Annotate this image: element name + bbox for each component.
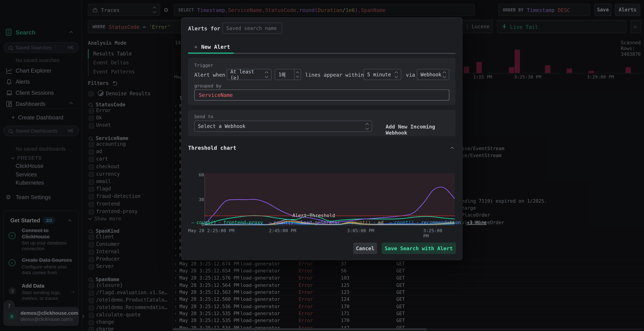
tab-active-indicator	[188, 52, 234, 54]
send-to-label: Send to	[194, 114, 213, 119]
y-tick-30: 30	[198, 197, 204, 202]
via-label: via	[406, 72, 415, 78]
hyperdx-app: HyperDX Traces ⚙ SELECT Timestamp,Servic…	[0, 0, 644, 331]
add-webhook-button[interactable]: Add New Incoming Webhook	[386, 123, 456, 136]
grouped-by-value: ServiceName	[199, 92, 233, 98]
grouped-by-label: grouped by	[194, 83, 222, 89]
text-caret	[285, 72, 285, 77]
x-tick-2: 3:05:00 PM	[347, 228, 374, 234]
threshold-value-input[interactable]: 10	[275, 69, 301, 80]
saved-search-name-placeholder: Saved search name	[226, 25, 277, 31]
saved-search-name-input[interactable]: Saved search name	[222, 22, 282, 34]
trigger-panel: Trigger Alert when At least (≥) 10 lines…	[188, 58, 456, 105]
x-tick-0: May 28 2:25:00 PM	[188, 228, 234, 234]
legend-item[interactable]: —count()·ad	[346, 220, 383, 225]
save-search-with-alert-button[interactable]: Save Search with Alert	[382, 243, 456, 254]
condition-select[interactable]: At least (≥)	[227, 69, 271, 80]
send-to-panel: Send to Select a Webhook Add New Incomin…	[188, 110, 456, 136]
series-line	[204, 187, 454, 225]
alerts-modal: Alerts for Saved search name + New Alert…	[181, 17, 462, 260]
legend-item[interactable]: —count()·frontend-proxy	[192, 220, 263, 225]
cancel-button[interactable]: Cancel	[353, 243, 377, 254]
legend-more-button[interactable]: +3 more	[466, 220, 486, 225]
tab-new-alert[interactable]: + New Alert	[194, 44, 230, 50]
grouped-by-input[interactable]: ServiceName	[194, 89, 449, 101]
number-spinner[interactable]	[294, 69, 301, 79]
trigger-title: Trigger	[194, 63, 213, 68]
x-tick-3: 3:25:00 PM	[423, 228, 449, 239]
window-select[interactable]: 5 minute	[364, 69, 401, 80]
alert-when-label: Alert when	[194, 72, 225, 78]
chart-legend: —count()·frontend-proxy—count()·load-gen…	[192, 220, 486, 225]
legend-item[interactable]: —count()·load-generator	[269, 220, 340, 225]
y-tick-60: 60	[198, 172, 204, 178]
lines-appear-label: lines appear within	[305, 72, 364, 78]
threshold-chart-title: Threshold chart	[188, 145, 236, 151]
legend-item[interactable]: —count()·recommendation	[389, 220, 461, 225]
chart-collapse-icon[interactable]	[450, 147, 454, 150]
plus-icon: +	[194, 44, 198, 50]
webhook-select[interactable]: Select a Webhook	[194, 121, 372, 132]
channel-select[interactable]: Webhook	[417, 69, 449, 80]
x-tick-1: 2:45:00 PM	[269, 228, 296, 234]
threshold-label: Alert Threshold	[292, 213, 335, 218]
modal-title: Alerts for	[188, 25, 220, 31]
